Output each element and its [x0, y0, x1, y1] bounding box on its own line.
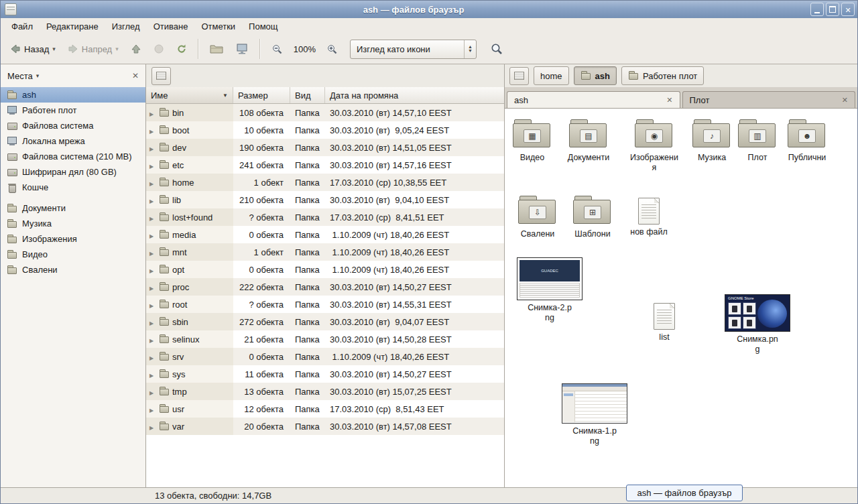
- sidebar-item[interactable]: Локална мрежа: [1, 133, 145, 149]
- table-row[interactable]: lib 210 обекта Папка 30.03.2010 (вт) 9,0…: [146, 191, 504, 208]
- table-row[interactable]: sbin 272 обекта Папка 30.03.2010 (вт) 9,…: [146, 313, 504, 330]
- expander-icon[interactable]: [149, 195, 156, 205]
- table-row[interactable]: var 20 обекта Папка 30.03.2010 (вт) 14,5…: [146, 418, 504, 435]
- table-row[interactable]: lost+found ? обекта Папка 17.03.2010 (ср…: [146, 208, 504, 226]
- sidebar-item[interactable]: Кошче: [1, 180, 145, 195]
- sidebar-item[interactable]: Свалени: [1, 262, 145, 277]
- sidebar-item[interactable]: ash: [1, 87, 145, 103]
- sidebar-dropdown-icon[interactable]: ▾: [36, 72, 40, 79]
- expander-icon[interactable]: [149, 422, 156, 432]
- stop-button[interactable]: [148, 38, 170, 60]
- icon-images-folder[interactable]: Изображения: [628, 118, 680, 173]
- table-row[interactable]: proc 222 обекта Папка 30.03.2010 (вт) 14…: [146, 278, 504, 296]
- search-button[interactable]: [485, 38, 509, 60]
- column-header-size[interactable]: Размер: [233, 87, 290, 103]
- sidebar-item[interactable]: Файлова система: [1, 118, 145, 133]
- table-row[interactable]: root ? обекта Папка 30.03.2010 (вт) 14,5…: [146, 296, 504, 313]
- location-bar-toggle-button[interactable]: [151, 67, 171, 85]
- close-button[interactable]: [841, 3, 855, 16]
- expander-icon[interactable]: [149, 125, 156, 135]
- sidebar-item[interactable]: Музика: [1, 216, 145, 231]
- sidebar-item[interactable]: Изображения: [1, 231, 145, 247]
- table-row[interactable]: selinux 21 обекта Папка 30.03.2010 (вт) …: [146, 330, 504, 348]
- expander-icon[interactable]: [149, 212, 156, 223]
- column-header-date[interactable]: Дата на промяна: [325, 87, 504, 103]
- expander-icon[interactable]: [149, 387, 156, 397]
- table-row[interactable]: home 1 обект Папка 17.03.2010 (ср) 10,38…: [146, 174, 504, 191]
- sidebar-item[interactable]: Шифриран дял (80 GB): [1, 164, 145, 180]
- table-row[interactable]: etc 241 обекта Папка 30.03.2010 (вт) 14,…: [146, 156, 504, 174]
- table-row[interactable]: srv 0 обекта Папка 1.10.2009 (чт) 18,40,…: [146, 348, 504, 365]
- table-row[interactable]: tmp 13 обекта Папка 30.03.2010 (вт) 15,0…: [146, 383, 504, 400]
- column-header-type[interactable]: Вид: [290, 87, 325, 103]
- menu-item[interactable]: Редактиране: [40, 19, 105, 34]
- icon-music-folder[interactable]: Музика: [686, 118, 738, 163]
- up-button[interactable]: [125, 38, 147, 60]
- tab[interactable]: Плот ✕: [682, 91, 856, 108]
- view-mode-spinner-icon[interactable]: ▲▼: [464, 40, 476, 58]
- breadcrumb-button[interactable]: ash: [574, 66, 617, 85]
- back-button[interactable]: Назад ▾: [5, 38, 61, 60]
- home-button[interactable]: [204, 38, 229, 60]
- expander-icon[interactable]: [149, 369, 156, 379]
- sidebar-title[interactable]: Места: [7, 71, 33, 81]
- icon-public-folder[interactable]: Публични: [781, 118, 833, 163]
- expander-icon[interactable]: [149, 143, 156, 153]
- table-row[interactable]: dev 190 обекта Папка 30.03.2010 (вт) 14,…: [146, 139, 504, 156]
- table-row[interactable]: mnt 1 обект Папка 1.10.2009 (чт) 18,40,2…: [146, 243, 504, 261]
- expander-icon[interactable]: [149, 282, 156, 292]
- column-header-name[interactable]: Име ▼: [146, 87, 233, 103]
- sidebar-item[interactable]: Видео: [1, 247, 145, 262]
- expander-icon[interactable]: [149, 317, 156, 327]
- expander-icon[interactable]: [149, 300, 156, 310]
- location-bar-toggle-button[interactable]: [509, 67, 529, 85]
- table-row[interactable]: usr 12 обекта Папка 17.03.2010 (ср) 8,51…: [146, 400, 504, 418]
- table-row[interactable]: boot 10 обекта Папка 30.03.2010 (вт) 9,0…: [146, 121, 504, 139]
- minimize-button[interactable]: [810, 3, 824, 16]
- expander-icon[interactable]: [149, 352, 156, 362]
- zoom-out-button[interactable]: [266, 38, 288, 60]
- sidebar-close-icon[interactable]: ✕: [132, 71, 139, 80]
- expander-icon[interactable]: [149, 265, 156, 275]
- breadcrumb-button[interactable]: Работен плот: [621, 66, 704, 85]
- icon-downloads-folder[interactable]: Свалени: [511, 194, 564, 239]
- icon-snimka2-image[interactable]: GUADEC Снимка-2.png: [515, 257, 585, 323]
- titlebar[interactable]: ash — файлов браузър: [1, 1, 857, 19]
- expander-icon[interactable]: [149, 178, 156, 188]
- tab-close-icon[interactable]: ✕: [666, 96, 672, 105]
- icon-snimka1-image[interactable]: Снимка-1.png: [558, 383, 631, 446]
- expander-icon[interactable]: [149, 160, 156, 170]
- icon-new-file[interactable]: нов файл: [623, 198, 675, 237]
- expander-icon[interactable]: [149, 247, 156, 257]
- menu-item[interactable]: Помощ: [242, 19, 284, 34]
- zoom-in-button[interactable]: [321, 38, 343, 60]
- expander-icon[interactable]: [149, 334, 156, 344]
- sidebar-item[interactable]: Файлова система (210 MB): [1, 149, 145, 164]
- table-row[interactable]: media 0 обекта Папка 1.10.2009 (чт) 18,4…: [146, 226, 504, 243]
- view-mode-select[interactable]: Изглед като икони ▲▼: [350, 40, 477, 59]
- computer-button[interactable]: [230, 38, 254, 60]
- icon-videos-folder[interactable]: Видео: [506, 118, 558, 163]
- icon-snimka-image[interactable]: GNOME Store Снимка.png: [721, 294, 794, 355]
- icon-documents-folder[interactable]: Документи: [562, 118, 615, 163]
- icon-templates-folder[interactable]: Шаблони: [566, 194, 619, 239]
- menu-item[interactable]: Отметки: [194, 19, 242, 34]
- menu-item[interactable]: Изглед: [105, 19, 147, 34]
- forward-button[interactable]: Напред ▾: [62, 38, 124, 60]
- breadcrumb-button[interactable]: home: [534, 66, 569, 85]
- reload-button[interactable]: [171, 38, 192, 60]
- tab[interactable]: ash ✕: [507, 91, 680, 108]
- icon-desktop-folder[interactable]: Плот: [731, 118, 784, 163]
- expander-icon[interactable]: [149, 404, 156, 414]
- table-row[interactable]: opt 0 обекта Папка 1.10.2009 (чт) 18,40,…: [146, 261, 504, 278]
- table-row[interactable]: sys 11 обекта Папка 30.03.2010 (вт) 14,5…: [146, 365, 504, 383]
- maximize-button[interactable]: [826, 3, 839, 16]
- table-row[interactable]: bin 108 обекта Папка 30.03.2010 (вт) 14,…: [146, 104, 504, 121]
- menu-item[interactable]: Файл: [5, 19, 40, 34]
- tab-close-icon[interactable]: ✕: [842, 96, 848, 105]
- icon-list-file[interactable]: list: [638, 303, 690, 342]
- sidebar-item[interactable]: Работен плот: [1, 103, 145, 118]
- back-dropdown-icon[interactable]: ▾: [52, 46, 56, 52]
- sidebar-item[interactable]: Документи: [1, 200, 145, 216]
- menu-item[interactable]: Отиване: [147, 19, 195, 34]
